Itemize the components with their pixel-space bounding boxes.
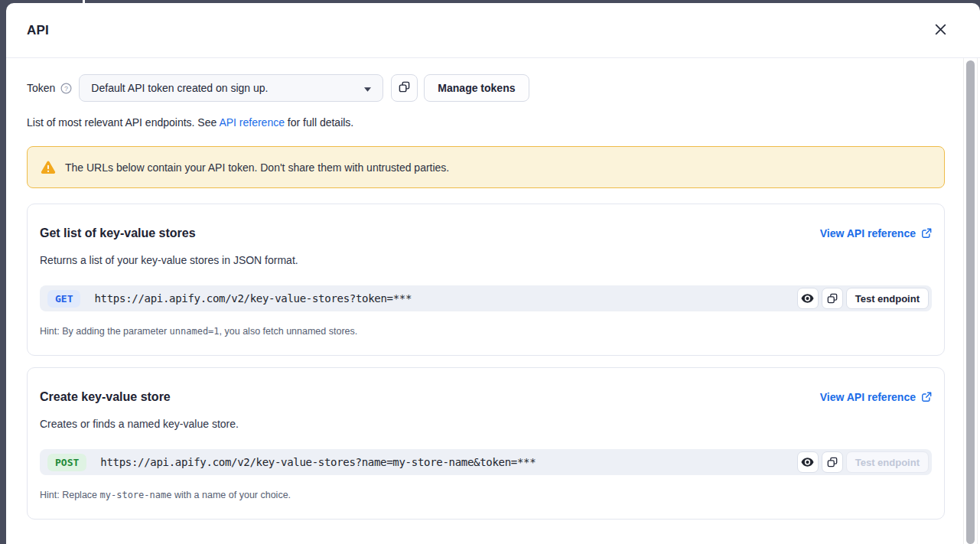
endpoint-card-create-store: Create key-value store View API referenc… <box>27 367 945 520</box>
endpoint-url: https://api.apify.com/v2/key-value-store… <box>100 456 536 468</box>
card-description: Creates or finds a named key-value store… <box>40 418 932 430</box>
eye-icon <box>801 458 814 467</box>
endpoint-url-bar: POST https://api.apify.com/v2/key-value-… <box>40 449 932 475</box>
token-label: Token <box>27 82 55 94</box>
copy-icon <box>827 457 838 467</box>
help-icon[interactable]: ? <box>60 83 72 94</box>
intro-before: List of most relevant API endpoints. See <box>27 116 219 129</box>
endpoint-card-get-list: Get list of key-value stores View API re… <box>27 204 945 356</box>
chevron-down-icon <box>364 82 371 94</box>
method-badge: GET <box>47 290 80 308</box>
test-endpoint-button[interactable]: Test endpoint <box>846 288 929 309</box>
endpoint-hint: Hint: By adding the parameter unnamed=1,… <box>40 326 932 337</box>
endpoint-hint: Hint: Replace my-store-name with a name … <box>40 490 932 500</box>
endpoint-url: https://api.apify.com/v2/key-value-store… <box>94 292 412 305</box>
intro-text: List of most relevant API endpoints. See… <box>27 116 945 129</box>
scrollbar-track[interactable] <box>963 58 978 544</box>
reveal-token-button[interactable] <box>797 451 819 473</box>
card-description: Returns a list of your key-value stores … <box>40 254 932 266</box>
view-api-reference-link[interactable]: View API reference <box>820 391 932 403</box>
external-link-icon <box>921 228 932 239</box>
close-icon <box>934 23 947 38</box>
copy-token-button[interactable] <box>391 74 418 102</box>
url-bar-actions: Test endpoint <box>797 451 929 473</box>
hint-code: unnamed=1 <box>170 326 220 337</box>
card-header: Get list of key-value stores View API re… <box>40 226 932 240</box>
card-header: Create key-value store View API referenc… <box>40 390 932 404</box>
endpoint-url-bar: GET https://api.apify.com/v2/key-value-s… <box>40 285 932 311</box>
api-reference-link[interactable]: API reference <box>219 116 285 129</box>
copy-icon <box>827 293 838 304</box>
external-link-icon <box>921 392 932 402</box>
modal-body: Token ? Default API token created on sig… <box>6 58 980 520</box>
view-api-reference-link[interactable]: View API reference <box>820 227 932 239</box>
test-endpoint-button[interactable]: Test endpoint <box>846 451 929 473</box>
svg-text:?: ? <box>64 84 68 92</box>
page-title: API <box>27 23 49 38</box>
token-select[interactable]: Default API token created on sign up. <box>79 74 383 102</box>
view-api-reference-label: View API reference <box>820 227 916 239</box>
copy-icon <box>399 81 410 95</box>
url-bar-actions: Test endpoint <box>797 288 929 309</box>
card-title: Get list of key-value stores <box>40 226 196 240</box>
eye-icon <box>801 294 814 303</box>
warning-text: The URLs below contain your API token. D… <box>65 161 449 174</box>
token-select-value: Default API token created on sign up. <box>91 82 268 94</box>
reveal-token-button[interactable] <box>797 288 819 309</box>
warning-icon <box>41 161 56 174</box>
intro-after: for full details. <box>285 116 353 129</box>
scrollbar-thumb[interactable] <box>966 60 975 544</box>
api-modal: API Token ? Default API token created on… <box>6 3 980 544</box>
view-api-reference-label: View API reference <box>820 391 916 403</box>
copy-url-button[interactable] <box>822 451 843 473</box>
token-row: Token ? Default API token created on sig… <box>27 74 945 102</box>
modal-header: API <box>6 3 980 58</box>
close-button[interactable] <box>931 21 949 40</box>
copy-url-button[interactable] <box>822 288 843 309</box>
warning-banner: The URLs below contain your API token. D… <box>27 146 945 188</box>
method-badge: POST <box>47 454 86 471</box>
hint-code: my-store-name <box>100 490 172 500</box>
manage-tokens-button[interactable]: Manage tokens <box>424 74 529 102</box>
card-title: Create key-value store <box>40 390 171 404</box>
